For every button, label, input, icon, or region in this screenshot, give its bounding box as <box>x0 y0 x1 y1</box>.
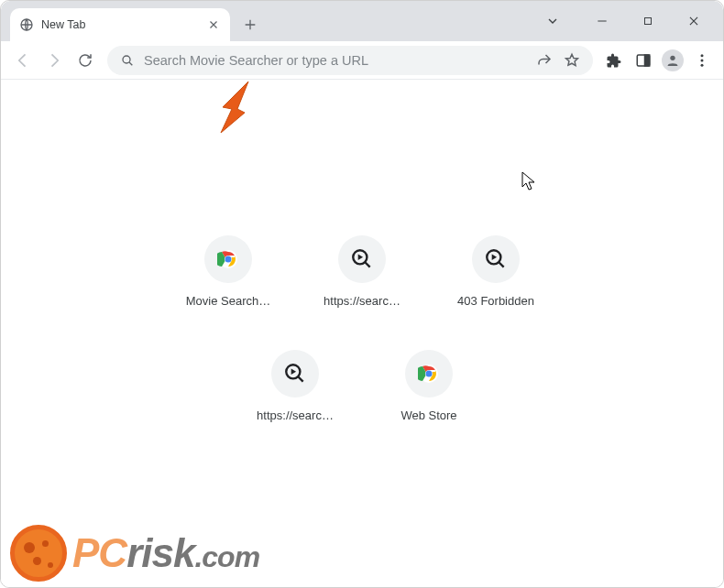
svg-rect-4 <box>645 55 650 66</box>
watermark-badge-icon <box>10 525 67 582</box>
new-tab-content: Movie Search… https://searc… 403 Forbidd… <box>1 80 723 587</box>
bookmark-star-icon[interactable] <box>564 52 580 69</box>
profile-avatar[interactable] <box>659 47 686 74</box>
titlebar: New Tab <box>1 1 723 41</box>
shortcut-icon <box>338 235 386 283</box>
search-icon <box>120 53 135 68</box>
menu-button[interactable] <box>688 47 716 74</box>
extensions-button[interactable] <box>600 47 628 74</box>
shortcut-row: Movie Search… https://searc… 403 Forbidd… <box>151 226 573 317</box>
address-trail <box>536 52 580 69</box>
reload-button[interactable] <box>71 46 100 75</box>
shortcut-tile[interactable]: https://searc… <box>309 226 415 317</box>
svg-point-16 <box>426 371 433 377</box>
svg-point-8 <box>701 63 704 66</box>
close-window-button[interactable] <box>681 8 707 34</box>
shortcut-icon <box>405 350 453 397</box>
address-placeholder: Search Movie Searcher or type a URL <box>144 53 527 68</box>
tab-title: New Tab <box>41 18 206 31</box>
maximize-button[interactable] <box>635 8 661 34</box>
shortcut-tile[interactable]: https://searc… <box>242 341 348 431</box>
shortcut-label: https://searc… <box>324 294 400 308</box>
shortcut-tile[interactable]: Movie Search… <box>175 226 281 317</box>
address-bar[interactable]: Search Movie Searcher or type a URL <box>107 46 593 75</box>
shortcut-label: https://searc… <box>257 408 334 422</box>
svg-point-6 <box>701 54 704 57</box>
shortcut-grid: Movie Search… https://searc… 403 Forbidd… <box>151 226 573 431</box>
avatar-icon <box>662 49 684 71</box>
svg-point-7 <box>701 59 704 61</box>
shortcut-icon <box>271 350 319 397</box>
svg-point-5 <box>670 55 675 60</box>
back-button[interactable] <box>8 46 38 75</box>
tab-close-button[interactable] <box>206 17 221 32</box>
shortcut-icon <box>204 235 252 283</box>
shortcut-tile[interactable]: Web Store <box>376 341 482 431</box>
toolbar: Search Movie Searcher or type a URL <box>1 41 723 80</box>
shortcut-icon <box>472 235 520 283</box>
minimize-button[interactable] <box>589 8 615 34</box>
globe-icon <box>19 17 34 32</box>
shortcut-tile[interactable]: 403 Forbidden <box>443 226 549 317</box>
new-tab-button[interactable] <box>237 12 263 38</box>
side-panel-button[interactable] <box>630 47 657 74</box>
shortcut-row: https://searc… Web Store <box>151 341 573 431</box>
forward-button[interactable] <box>39 46 69 75</box>
watermark: PCrisk.com <box>10 525 259 582</box>
svg-point-2 <box>123 56 130 63</box>
shortcut-label: Movie Search… <box>186 294 270 308</box>
shortcut-label: Web Store <box>400 408 456 422</box>
shortcut-label: 403 Forbidden <box>457 294 534 308</box>
share-icon[interactable] <box>536 52 553 69</box>
svg-rect-1 <box>645 18 652 25</box>
tab-search-button[interactable] <box>540 8 565 34</box>
tab-new-tab[interactable]: New Tab <box>10 8 230 41</box>
window-controls <box>529 1 718 41</box>
watermark-text: PCrisk.com <box>72 530 259 576</box>
browser-window: New Tab <box>0 0 724 588</box>
